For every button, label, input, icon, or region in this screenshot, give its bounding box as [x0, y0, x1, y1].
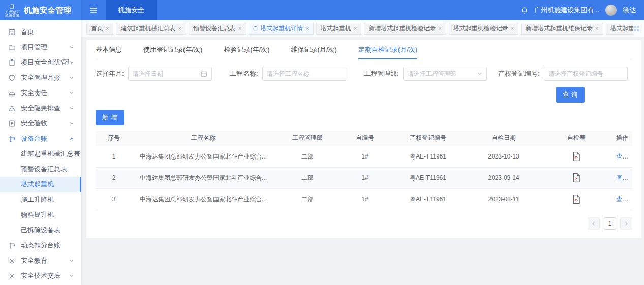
sidebar-item-safety-acceptance[interactable]: 安全验收	[0, 116, 81, 131]
top-nav-tab-active[interactable]: 机施安全	[106, 0, 157, 20]
chevron-left-icon	[591, 221, 596, 226]
sidebar-subitem-label: 物料提升机	[21, 210, 54, 219]
tab-tower-crane-inspection[interactable]: 塔式起重机检验记录×	[449, 23, 518, 35]
tab-tower-crane[interactable]: 塔式起重机×	[316, 23, 361, 35]
row-registration-number: 粤AE-T11961	[389, 146, 467, 167]
filter-reg-no-input[interactable]	[548, 70, 623, 77]
filter-project-dept: 工程管理部:	[364, 67, 498, 81]
notification-bell-icon[interactable]	[520, 7, 528, 14]
pdf-file-icon[interactable]	[572, 173, 581, 183]
filter-label: 工程名称:	[230, 69, 258, 78]
pdf-file-icon[interactable]	[572, 151, 581, 162]
sidebar-subitem-construction-hoist[interactable]: 施工升降机	[0, 192, 81, 207]
filter-year-month-input[interactable]	[133, 70, 199, 77]
sidebar-item-home[interactable]: 首页	[0, 24, 81, 40]
sidebar-item-safety-responsibility[interactable]: 安全责任	[0, 85, 81, 101]
row-self-number: 1#	[341, 167, 389, 188]
row-actions: 查看删除	[612, 188, 632, 210]
sidebar-item-label: 首页	[21, 27, 74, 37]
row-self-inspection-date: 2023-09-14	[467, 167, 541, 188]
tab-close-icon[interactable]: ×	[238, 26, 241, 31]
pagination-next-button[interactable]	[620, 217, 632, 230]
detail-tab-maintenance-records[interactable]: 维保记录(月/次)	[291, 40, 337, 59]
row-self-inspection-file	[541, 146, 612, 167]
tab-label: 新增塔式起重机维保记录	[526, 24, 593, 33]
row-seq: 2	[96, 167, 132, 188]
tab-tower-crane-detail[interactable]: 塔式起重机详情×	[249, 23, 313, 35]
user-avatar[interactable]	[605, 5, 617, 16]
alarm-icon	[8, 89, 16, 97]
row-self-number: 1#	[341, 188, 389, 210]
filter-project-name: 工程名称:	[230, 67, 364, 81]
pagination-prev-button[interactable]	[588, 217, 600, 230]
filter-project-dept-input[interactable]	[408, 70, 475, 77]
view-link[interactable]: 查看	[616, 196, 628, 203]
pagination-page-1[interactable]: 1	[604, 217, 616, 230]
sidebar-item-dynamic-score-ledger[interactable]: 动态扣分台账	[0, 238, 81, 253]
tab-home[interactable]: 首页×	[86, 23, 113, 35]
tab-new-tower-crane-maintenance[interactable]: 新增塔式起重机维保记录×	[521, 23, 603, 35]
content-area: 基本信息使用登记记录(年/次)检验记录(年/次)维保记录(月/次)定期自检记录(…	[81, 37, 644, 285]
sidebar-collapse-button[interactable]	[81, 0, 106, 20]
sidebar-subitem-tower-crane[interactable]: 塔式起重机	[0, 177, 81, 192]
query-button[interactable]: 查 询	[556, 87, 585, 103]
tab-close-icon[interactable]: ×	[106, 26, 109, 31]
tab-close-icon[interactable]: ×	[305, 26, 309, 31]
chevron-down-icon	[69, 121, 74, 126]
tab-tower-crane-maintenance-eval[interactable]: 塔式起重机维保记录评价×	[606, 23, 634, 35]
sidebar-subitem-label: 建筑起重机械汇总表	[21, 149, 80, 159]
page-tabs: 首页×建筑起重机械汇总表×预警设备汇总表×塔式起重机详情×塔式起重机×新增塔式起…	[86, 23, 633, 35]
chevron-up-icon	[69, 136, 74, 141]
sidebar-subitem-removed-equipment[interactable]: 已拆除设备表	[0, 223, 81, 238]
tab-close-icon[interactable]: ×	[511, 26, 514, 31]
row-registration-number: 粤AE-T11961	[389, 167, 467, 188]
tab-crane-machinery-summary[interactable]: 建筑起重机械汇总表×	[116, 23, 186, 35]
sidebar-item-project-safety-excellence[interactable]: 项目安全创优管理	[0, 55, 81, 70]
sidebar-item-label: 设备台账	[21, 134, 69, 143]
sidebar-subitem-warning-equipment-summary[interactable]: 预警设备汇总表	[0, 162, 81, 177]
sidebar-item-safety-education[interactable]: 安全教育	[0, 253, 81, 268]
table-header-cell: 工程管理部	[274, 131, 341, 146]
filter-label: 工程管理部:	[364, 69, 399, 78]
gear-icon	[8, 257, 16, 265]
user-name[interactable]: 徐达	[623, 6, 636, 15]
add-button[interactable]: 新 增	[96, 110, 124, 125]
sidebar-item-safety-tech-disclosure[interactable]: 安全技术交底	[0, 268, 81, 283]
sidebar-item-hazard-inspection[interactable]: 安全隐患排查	[0, 101, 81, 116]
table-header-cell: 自检日期	[467, 131, 541, 146]
company-name[interactable]: 广州机施建设集团有...	[534, 6, 599, 15]
view-link[interactable]: 查看	[616, 174, 628, 181]
sidebar-item-project-management[interactable]: 项目管理	[0, 40, 81, 55]
tab-close-icon[interactable]: ×	[595, 26, 598, 31]
table-header-cell: 操作	[612, 131, 632, 146]
detail-tabs: 基本信息使用登记记录(年/次)检验记录(年/次)维保记录(月/次)定期自检记录(…	[96, 40, 632, 59]
tab-close-icon[interactable]: ×	[354, 26, 357, 31]
sidebar-subitem-material-hoist[interactable]: 物料提升机	[0, 207, 81, 223]
table-header-row: 序号工程名称工程管理部自编号产权登记编号自检日期自检表操作	[96, 131, 632, 146]
pdf-file-icon[interactable]	[572, 194, 581, 204]
row-self-inspection-date: 2023-08-11	[467, 188, 541, 210]
sidebar-item-label: 安全技术交底	[21, 271, 69, 280]
sidebar-subitem-label: 塔式起重机	[21, 180, 54, 189]
sidebar-subitem-crane-machinery-summary[interactable]: 建筑起重机械汇总表	[0, 146, 81, 162]
detail-tab-periodic-self-inspection[interactable]: 定期自检记录(月/次)	[358, 40, 417, 59]
tab-close-icon[interactable]: ×	[438, 26, 441, 31]
sidebar-item-safety-monthly-report[interactable]: 安全管理月报	[0, 70, 81, 85]
tab-new-tower-crane-inspection[interactable]: 新增塔式起重机检验记录×	[364, 23, 446, 35]
detail-tab-basic-info[interactable]: 基本信息	[96, 40, 122, 59]
tab-warning-equipment-summary[interactable]: 预警设备汇总表×	[189, 23, 246, 35]
row-self-inspection-date: 2023-10-13	[467, 146, 541, 167]
filter-project-dept-field	[403, 67, 487, 81]
view-link[interactable]: 查看	[616, 153, 628, 160]
sidebar-item-label: 项目管理	[21, 43, 69, 52]
sidebar-item-label: 项目安全创优管理	[21, 58, 69, 67]
filter-project-name-input[interactable]	[267, 70, 342, 77]
sidebar-item-equipment-ledger[interactable]: 设备台账	[0, 131, 81, 146]
tabs-menu-icon[interactable]	[633, 25, 640, 32]
tab-close-icon[interactable]: ×	[178, 26, 181, 31]
brand-emblem: 广州建工 机施集团	[4, 3, 20, 18]
sidebar-subitem-label: 施工升降机	[21, 195, 54, 204]
detail-tab-usage-registration[interactable]: 使用登记记录(年/次)	[143, 40, 202, 59]
detail-tab-inspection-records[interactable]: 检验记录(年/次)	[224, 40, 269, 59]
crane-icon	[8, 135, 16, 143]
